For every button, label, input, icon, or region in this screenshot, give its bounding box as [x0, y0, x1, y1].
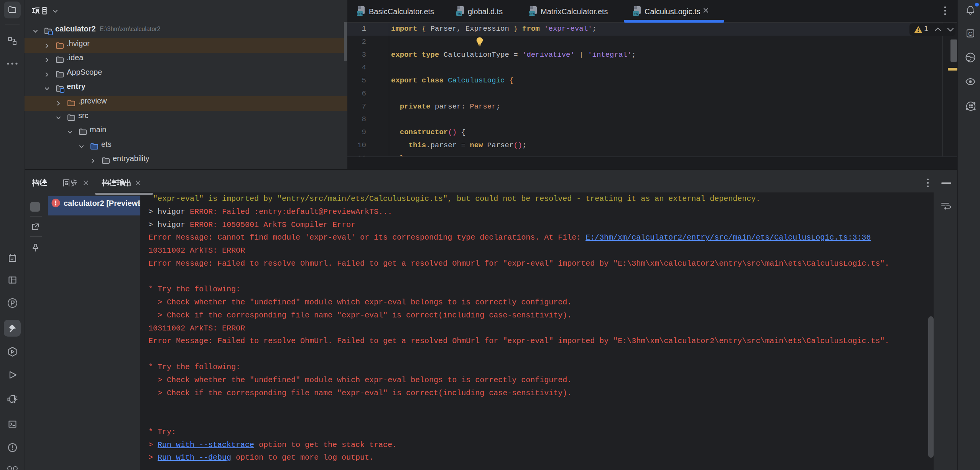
svg-text:TS: TS [634, 12, 638, 16]
svg-text:ETS: ETS [357, 12, 363, 16]
svg-text:ETS: ETS [529, 12, 535, 16]
svg-text:G: G [968, 30, 973, 37]
svg-text:TS: TS [457, 12, 461, 16]
